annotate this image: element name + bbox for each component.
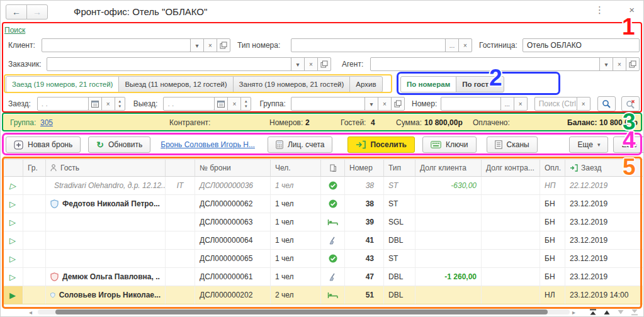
arrival-date-clear-icon[interactable]: × <box>101 97 115 111</box>
room-cell: 38 <box>345 195 384 213</box>
customer-combobox: ▾ × <box>47 57 331 71</box>
toggle-by-guests[interactable]: По гостям <box>456 76 504 92</box>
header-contra-debt[interactable]: Долг контра... <box>482 160 540 176</box>
customer-choose-icon[interactable] <box>317 57 331 71</box>
table-row[interactable]: ▷ ДСЛ000000065 1 чел 43 ST БН 23.12.2019 <box>3 250 643 268</box>
new-booking-button[interactable]: Новая бронь <box>6 136 81 153</box>
departure-date-input[interactable]: . . <box>163 97 215 111</box>
agent-dropdown-icon[interactable]: ▾ <box>599 57 613 71</box>
refresh-button[interactable]: ↻ Обновить <box>88 136 150 153</box>
departure-date-clear-icon[interactable]: × <box>227 97 241 111</box>
tab-archive[interactable]: Архив <box>349 76 382 92</box>
customer-clear-icon[interactable]: × <box>304 57 318 71</box>
departure-date-spinner[interactable]: ▴▾ <box>240 97 251 111</box>
go-first-row-button[interactable] <box>587 308 599 316</box>
kebab-menu-icon[interactable]: ⋮ <box>595 5 604 14</box>
table-row[interactable]: ▷ Демюк Ольга Павловна, .. ДСЛ000000061 … <box>3 268 643 286</box>
client-choose-icon[interactable] <box>217 38 230 52</box>
filter-row-dates: Заезд: . . × ▴▾ Выезд: . . × ▴▾ Группа: … <box>8 96 640 111</box>
header-room[interactable]: Номер <box>345 160 384 176</box>
arrival-date-input[interactable]: . . <box>37 97 89 111</box>
more-button[interactable]: Еще ▾ <box>569 136 608 153</box>
scrollbar-thumb[interactable] <box>55 309 548 314</box>
room-number-ellipsis-button[interactable]: ... <box>500 97 514 111</box>
agent-choose-icon[interactable] <box>626 57 640 71</box>
header-booking[interactable]: № брони <box>195 160 271 176</box>
row-expander-icon[interactable]: ▷ <box>9 236 16 245</box>
quick-search-input[interactable]: Поиск (Ctrl... <box>534 97 577 111</box>
more-secondary-button[interactable]: Ещё <box>613 136 644 153</box>
forward-button[interactable]: → <box>26 4 48 19</box>
room-type-clear-icon[interactable]: × <box>458 38 472 52</box>
group-choose-icon[interactable] <box>391 97 405 111</box>
keys-button[interactable]: Ключи <box>422 136 477 153</box>
go-next-row-button[interactable] <box>614 308 626 316</box>
guest-badge-icon <box>50 291 55 299</box>
people-cell: 2 чел <box>271 286 321 304</box>
back-button[interactable]: ← <box>6 4 27 19</box>
row-expander-icon[interactable]: ▷ <box>9 182 16 190</box>
scrollbar-track[interactable] <box>38 309 570 314</box>
tab-occupied[interactable]: Занято (19 номеров, 21 гостей) <box>233 76 351 92</box>
table-row-selected[interactable]: ▶ Соловьев Игорь Николае... ДСЛ000000202… <box>3 286 643 304</box>
booking-link[interactable]: Бронь Соловьев Игорь Н... <box>161 140 255 149</box>
header-citizenship[interactable] <box>166 160 195 176</box>
close-icon[interactable]: × <box>629 5 635 14</box>
arrival-date-spinner[interactable]: ▴▾ <box>115 97 125 111</box>
client-input[interactable] <box>42 38 191 52</box>
table-row[interactable]: ▷ ДСЛ000000064 1 чел 41 DBL БН 23.12.201… <box>3 231 643 250</box>
header-arrival[interactable]: Заезд <box>565 160 643 176</box>
header-people[interactable]: Чел. <box>271 160 321 176</box>
annotation-number-1: 1 <box>622 17 635 37</box>
booking-number-cell: ДСЛ000000062 <box>195 195 271 213</box>
scroll-left-icon[interactable]: ◂ <box>29 309 32 316</box>
room-number-input[interactable] <box>441 97 501 111</box>
arrival-calendar-icon[interactable] <box>88 97 102 111</box>
table-row[interactable]: ▷ Федотов Николай Петро... ДСЛ000000062 … <box>3 195 643 213</box>
header-group[interactable]: Гр. <box>23 160 46 176</box>
row-expander-icon[interactable]: ▷ <box>9 255 16 263</box>
header-group-label: Гр. <box>28 164 38 172</box>
header-room-status[interactable] <box>321 160 345 176</box>
client-clear-icon[interactable]: × <box>203 38 217 52</box>
tab-departure[interactable]: Выезд (11 номеров, 12 гостей) <box>118 76 233 92</box>
header-payment[interactable]: Опл. <box>540 160 565 176</box>
customer-input[interactable] <box>47 57 291 71</box>
accounts-button[interactable]: Лиц. счета <box>268 136 333 153</box>
scans-button[interactable]: Сканы <box>487 136 538 153</box>
cancel-search-button[interactable] <box>621 96 640 111</box>
header-client-debt[interactable]: Долг клиента <box>415 160 482 176</box>
table-row[interactable]: ▷ Stradivari Olehandro, д.р. 12.12... IT… <box>3 177 643 195</box>
guest-badge-icon <box>50 199 59 208</box>
row-expander-icon[interactable]: ▷ <box>9 200 16 208</box>
customer-dropdown-icon[interactable]: ▾ <box>291 57 305 71</box>
room-number-clear-icon[interactable]: × <box>514 97 528 111</box>
row-expander-icon[interactable]: ▷ <box>9 273 16 281</box>
group-clear-icon[interactable]: × <box>378 97 392 111</box>
table-row[interactable]: ▷ ДСЛ000000063 1 чел 39 SGL БН 23.12.201… <box>3 213 643 231</box>
citizenship-cell <box>166 286 195 304</box>
agent-input[interactable] <box>370 57 600 71</box>
hotel-input[interactable]: Отель ОБЛАКО <box>523 38 640 52</box>
scroll-right-icon[interactable]: ▸ <box>572 309 575 316</box>
go-prev-row-button[interactable] <box>601 308 613 316</box>
header-guest[interactable]: Гость <box>46 160 166 176</box>
toggle-by-rooms[interactable]: По номерам <box>400 76 456 92</box>
departure-calendar-icon[interactable] <box>214 97 228 111</box>
checkin-button[interactable]: Поселить <box>347 136 414 153</box>
group-input[interactable] <box>291 97 365 111</box>
agent-clear-icon[interactable]: × <box>613 57 626 71</box>
room-type-input[interactable] <box>291 38 446 52</box>
search-button[interactable] <box>597 96 616 111</box>
group-dropdown-icon[interactable]: ▾ <box>364 97 378 111</box>
room-type-ellipsis-button[interactable]: ... <box>445 38 459 52</box>
quick-search-clear-icon[interactable]: × <box>577 97 590 111</box>
tab-arrival[interactable]: Заезд (19 номеров, 21 гостей) <box>6 76 119 92</box>
row-expander-icon[interactable]: ▷ <box>9 218 16 226</box>
row-expander-icon[interactable]: ▶ <box>9 291 16 299</box>
client-dropdown-icon[interactable]: ▾ <box>190 38 204 52</box>
search-link[interactable]: Поиск <box>4 26 25 35</box>
go-last-row-button[interactable] <box>628 308 640 316</box>
summary-group-link[interactable]: 305 <box>40 118 53 127</box>
header-type[interactable]: Тип <box>384 160 415 176</box>
